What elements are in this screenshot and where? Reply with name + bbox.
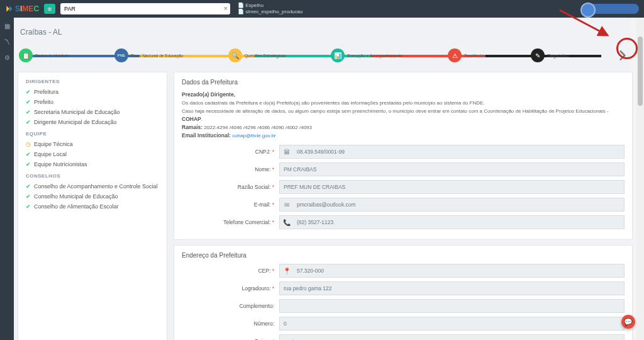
input-logradouro[interactable]	[279, 281, 625, 295]
input-cnpj[interactable]	[293, 145, 625, 159]
step-label: Pendências	[464, 54, 486, 58]
notice-line: Os dados cadastrais da Prefeitura e do(a…	[182, 100, 485, 106]
label-cep: CEP: *	[182, 268, 279, 274]
email-link[interactable]: cohap@fnde.gov.br	[231, 133, 276, 139]
chevron-right-icon	[616, 49, 629, 62]
step-diagnostico[interactable]: ✎ Diagnóstico	[531, 48, 569, 62]
sidebar-item-secretaria[interactable]: ✔Secretaria Municipal de Educação	[26, 107, 159, 117]
sidebar-item-label: Secretaria Municipal de Educação	[34, 109, 120, 115]
check-icon: ✔	[26, 193, 31, 200]
sidebar-item-equipe-tecnica[interactable]: ◷Equipe Técnica	[26, 139, 159, 149]
input-cep[interactable]	[293, 264, 625, 278]
topbar: SIMEC ≡ × Espelho simec_espelho_producao	[0, 0, 644, 18]
step-icon: 📋	[19, 48, 33, 62]
row-nome: Nome: *	[182, 162, 625, 176]
sidebar-group-title: DIRIGENTES	[26, 79, 159, 84]
logo-text: SIMEC	[15, 4, 39, 13]
step-pendencias[interactable]: ⚠ Pendências	[448, 48, 486, 62]
input-nome[interactable]	[279, 162, 625, 176]
sidebar: DIRIGENTES ✔Prefeitura ✔Prefeito ✔Secret…	[18, 72, 167, 340]
row-complemento: Complemento:	[182, 299, 625, 313]
label-logradouro: Logradouro: *	[182, 285, 279, 292]
check-icon: ✔	[26, 203, 31, 210]
card-title: Dados da Prefeitura	[182, 79, 625, 86]
content: DIRIGENTES ✔Prefeitura ✔Prefeito ✔Secret…	[18, 72, 633, 340]
notice-line: Ramais: 2022-4294 /4046 /4296 /4086 /409…	[182, 125, 312, 130]
step-pne[interactable]: PNE Plano Nacional de Educação	[114, 48, 183, 62]
sidebar-item-dirigente[interactable]: ✔Dirigente Municipal de Educação	[26, 117, 159, 127]
check-icon: ✔	[26, 109, 31, 115]
building-icon: 🏛	[279, 145, 293, 159]
label-complemento: Complemento:	[182, 303, 279, 309]
check-icon: ✔	[26, 99, 31, 105]
row-bairro: Bairro: *	[182, 334, 625, 340]
input-email[interactable]	[293, 198, 625, 212]
step-icon: 🔍	[228, 48, 242, 62]
rail-icon-chart[interactable]: 〽	[4, 38, 10, 45]
clear-search-icon[interactable]: ×	[224, 4, 228, 12]
label-cnpj: CNPJ: *	[182, 149, 279, 155]
check-icon: ✔	[26, 89, 31, 95]
step-label: Plano Nacional de Educação	[131, 54, 183, 58]
label-nome: Nome: *	[182, 166, 279, 173]
logo-icon	[5, 4, 14, 13]
sidebar-item-cacs[interactable]: ✔Conselho de Acompanhamento e Controle S…	[26, 181, 159, 191]
sidebar-item-prefeito[interactable]: ✔Prefeito	[26, 97, 159, 107]
step-questoes[interactable]: 🔍 Questões Estratégicas	[228, 48, 286, 62]
input-razao[interactable]	[279, 180, 625, 194]
step-label: Dados da Unidade	[35, 54, 69, 58]
wizard-steps: 📋 Dados da Unidade PNE Plano Nacional de…	[18, 43, 633, 68]
left-rail: ▦ 〽 ⚙	[0, 18, 14, 340]
input-bairro[interactable]	[279, 334, 625, 340]
sidebar-item-cae[interactable]: ✔Conselho de Alimentação Escolar	[26, 201, 159, 212]
check-icon: ✔	[26, 119, 31, 125]
row-telefone: Telefone Comercial: * 📞	[182, 215, 625, 229]
sidebar-item-label: Prefeitura	[34, 89, 58, 95]
row-razao: Razão Social: *	[182, 180, 625, 194]
check-icon: ✔	[26, 183, 31, 190]
step-label: Execução e Acompanhamento	[347, 54, 402, 58]
sidebar-item-label: Conselho Municipal de Educação	[34, 193, 118, 200]
card-endereco: Endereço da Prefeitura CEP: * 📍 Logradou…	[174, 245, 633, 340]
warn-icon: ◷	[26, 141, 31, 147]
sidebar-group-title: CONSELHOS	[26, 173, 159, 179]
input-complemento[interactable]	[279, 299, 625, 313]
input-numero[interactable]	[279, 317, 625, 331]
envelope-icon: ✉	[279, 198, 293, 212]
sidebar-item-prefeitura[interactable]: ✔Prefeitura	[26, 87, 159, 97]
help-fab[interactable]: 💬	[621, 315, 635, 329]
sidebar-item-nutricionistas[interactable]: ✔Equipe Nutricionistas	[26, 159, 159, 169]
sidebar-item-label: Dirigente Municipal de Educação	[34, 119, 117, 125]
sidebar-item-equipe-local[interactable]: ✔Equipe Local	[26, 149, 159, 159]
breadcrumb: Espelho simec_espelho_producao	[238, 3, 303, 15]
notice: Prezado(a) Dirigente, Os dados cadastrai…	[182, 91, 625, 140]
rail-icon-dashboard[interactable]: ▦	[4, 23, 10, 30]
user-menu[interactable]	[582, 4, 639, 14]
notice-line: Caso haja necessidade de alteração de da…	[182, 108, 609, 122]
card-title: Endereço da Prefeitura	[182, 252, 625, 259]
top-search-input[interactable]	[60, 3, 230, 14]
sidebar-item-label: Equipe Local	[34, 151, 67, 157]
sidebar-item-cme[interactable]: ✔Conselho Municipal de Educação	[26, 191, 159, 201]
logo[interactable]: SIMEC	[5, 4, 39, 13]
outer-scrollbar[interactable]	[636, 18, 644, 340]
step-label: Questões Estratégicas	[245, 54, 286, 58]
step-dados-unidade[interactable]: 📋 Dados da Unidade	[19, 48, 69, 62]
row-email: E-mail: * ✉	[182, 198, 625, 212]
sidebar-item-label: Conselho de Alimentação Escolar	[34, 203, 119, 210]
sidebar-item-label: Equipe Nutricionistas	[34, 161, 87, 167]
pin-icon: 📍	[279, 264, 293, 278]
row-numero: Número:	[182, 317, 625, 331]
rail-icon-settings[interactable]: ⚙	[4, 54, 10, 61]
label-razao: Razão Social: *	[182, 184, 279, 190]
step-execucao[interactable]: 📊 Execução e Acompanhamento	[331, 48, 402, 62]
module-switch-button[interactable]: ≡	[44, 4, 55, 14]
step-next-arrow[interactable]	[614, 47, 631, 64]
row-cnpj: CNPJ: * 🏛	[182, 145, 625, 159]
input-telefone[interactable]	[293, 215, 625, 229]
breadcrumb-2: simec_espelho_producao	[238, 9, 303, 15]
label-telefone: Telefone Comercial: *	[182, 219, 279, 225]
page-title: Craíbas - AL	[18, 24, 633, 43]
main: Craíbas - AL 📋 Dados da Unidade PNE Plan…	[14, 18, 636, 340]
notice-greeting: Prezado(a) Dirigente,	[182, 91, 235, 98]
